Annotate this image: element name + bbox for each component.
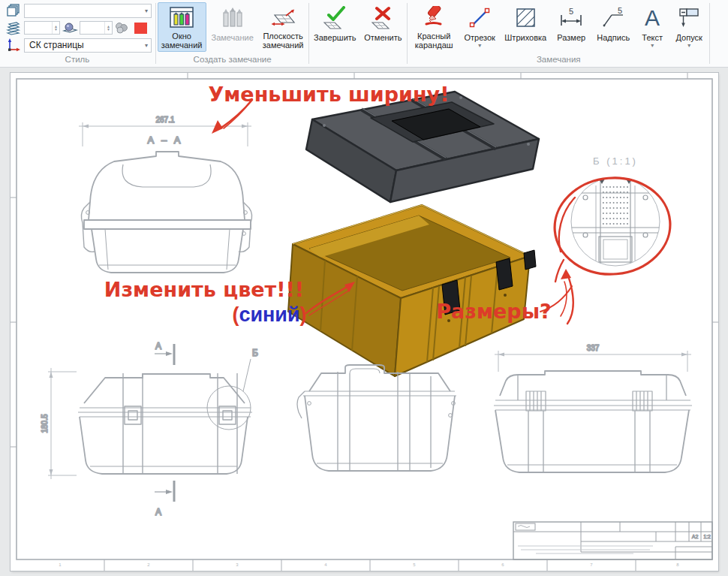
section-marks xyxy=(155,344,174,502)
group-label-empty xyxy=(310,54,406,67)
cancel-button[interactable]: Отменить xyxy=(360,2,405,52)
svg-text:5: 5 xyxy=(413,562,416,567)
chevron-down-icon: ▼ xyxy=(477,44,483,48)
svg-text:6: 6 xyxy=(501,562,504,567)
view-detail-b: Б (1:1) xyxy=(571,155,660,266)
segment-icon xyxy=(468,5,492,31)
section-view-label: А – А xyxy=(148,134,183,146)
model-3d-case xyxy=(288,92,539,376)
red-pencil-button[interactable]: Красный карандаш xyxy=(409,2,459,52)
dimension-icon: 5 xyxy=(558,5,585,31)
view-front: 180.5 xyxy=(41,341,258,517)
note-icon xyxy=(220,5,245,31)
svg-text:А: А xyxy=(645,6,660,30)
group-label-create: Создать замечание xyxy=(157,54,308,67)
group-create-note: Окно замечаний Замечание xyxy=(157,0,308,67)
view-side xyxy=(297,365,456,471)
drawing-canvas[interactable]: 1 2 3 4 5 6 7 8 267.1 А – А xyxy=(0,68,728,576)
segment-button[interactable]: Отрезок ▼ xyxy=(460,2,499,52)
separator xyxy=(308,3,309,64)
finish-check-icon xyxy=(320,5,350,31)
separator xyxy=(709,3,710,64)
layer-dropdown[interactable]: ▾ xyxy=(24,4,152,18)
cs-dropdown[interactable]: СК страницы ▾ xyxy=(24,38,152,53)
red-pencil-icon xyxy=(420,5,447,29)
drawing-sheet[interactable]: 1 2 3 4 5 6 7 8 267.1 А – А xyxy=(11,73,718,571)
spheres-icon xyxy=(113,21,131,35)
note-plane-button[interactable]: Плоскость замечаний xyxy=(259,2,308,52)
callout-button[interactable]: 5 Надпись xyxy=(592,2,634,52)
hatch-icon xyxy=(514,5,537,31)
svg-text:(синий): (синий) xyxy=(232,303,306,326)
hatch-button[interactable]: Штриховка xyxy=(501,2,550,52)
note-plane-icon xyxy=(268,5,298,29)
chevron-down-icon: ▾ xyxy=(145,42,148,49)
svg-text:Размеры?: Размеры? xyxy=(436,300,551,323)
copies-icon xyxy=(3,3,24,18)
scale-value: 1:2 xyxy=(703,534,711,539)
svg-text:8: 8 xyxy=(676,562,679,567)
text-button[interactable]: А Текст ▼ xyxy=(636,2,669,52)
separator xyxy=(155,3,156,64)
group-notes: Красный карандаш Отрезок ▼ xyxy=(408,0,708,67)
svg-text:3: 3 xyxy=(236,562,239,567)
tolerance-button[interactable]: Допуск ▼ xyxy=(670,2,708,52)
opacity-spinner[interactable]: ▲▼ xyxy=(80,21,113,35)
ribbon-toolbar: ▾ ▲▼ xyxy=(0,0,728,68)
group-label-style: Стиль xyxy=(0,54,155,67)
note-button[interactable]: Замечание xyxy=(208,2,257,52)
group-style: ▾ ▲▼ xyxy=(0,0,155,67)
title-block: А2 1:2 xyxy=(513,522,712,559)
dim-337: 337 xyxy=(587,344,600,352)
dim-267: 267.1 xyxy=(155,116,174,124)
detail-view-label: Б (1:1) xyxy=(593,155,638,167)
view-section-a-a: 267.1 А – А xyxy=(79,116,252,273)
chevron-down-icon: ▼ xyxy=(687,44,692,48)
svg-text:Уменьшить ширину!: Уменьшить ширину! xyxy=(208,83,449,106)
layers-icon xyxy=(3,20,24,35)
tolerance-icon xyxy=(675,5,702,31)
separator xyxy=(407,3,408,64)
section-mark-top: А xyxy=(155,341,161,351)
notes-window-icon xyxy=(169,5,194,29)
layer-color-icon xyxy=(60,20,80,35)
section-mark-bottom: А xyxy=(155,507,161,517)
coordinate-system-icon xyxy=(3,38,24,53)
dimension-button[interactable]: 5 Размер xyxy=(552,2,591,52)
svg-text:5: 5 xyxy=(618,7,622,15)
chevron-down-icon: ▾ xyxy=(145,8,148,14)
group-label-notes: Замечания xyxy=(408,54,708,67)
cancel-x-icon xyxy=(368,5,398,31)
text-icon: А xyxy=(641,5,663,31)
view-rear: 337 xyxy=(494,344,692,472)
svg-text:2: 2 xyxy=(147,562,150,567)
notes-window-button[interactable]: Окно замечаний xyxy=(158,2,206,52)
svg-text:7: 7 xyxy=(590,562,593,567)
svg-text:Изменить цвет!!!: Изменить цвет!!! xyxy=(104,278,304,301)
color-swatch-red[interactable] xyxy=(134,23,147,34)
sheet-zone-numbers: 1 2 3 4 5 6 7 8 xyxy=(59,562,679,567)
line-weight-spinner[interactable]: ▲▼ xyxy=(24,21,60,35)
finish-button[interactable]: Завершить xyxy=(311,2,359,52)
svg-text:1: 1 xyxy=(59,562,62,567)
format-value: А2 xyxy=(692,534,699,539)
dim-180: 180.5 xyxy=(41,414,49,433)
callout-icon: 5 xyxy=(600,5,626,31)
svg-text:5: 5 xyxy=(569,7,573,16)
chevron-down-icon: ▼ xyxy=(650,44,655,48)
detail-ref-label: Б xyxy=(252,348,258,358)
svg-text:4: 4 xyxy=(324,562,327,567)
group-finish: Завершить Отменить xyxy=(310,0,406,67)
